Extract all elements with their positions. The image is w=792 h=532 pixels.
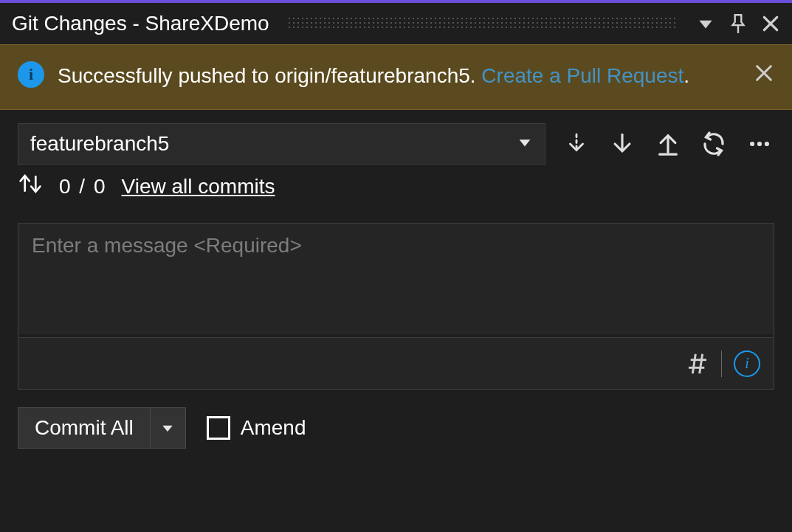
sync-status-row: 0 / 0 View all commits xyxy=(0,170,792,210)
svg-marker-0 xyxy=(699,21,712,29)
svg-point-13 xyxy=(765,142,769,146)
commit-message-box: i xyxy=(18,223,774,390)
pin-icon[interactable] xyxy=(729,13,748,35)
notification-text-prefix: Successfully pushed to origin/featurebra… xyxy=(58,64,481,87)
view-all-commits-link[interactable]: View all commits xyxy=(122,175,275,198)
info-outline-icon[interactable]: i xyxy=(734,350,760,377)
titlebar-actions xyxy=(696,13,780,35)
hash-icon[interactable] xyxy=(686,352,709,376)
sync-count: 0 / 0 xyxy=(59,175,106,198)
toolbar-icons xyxy=(562,129,774,159)
branch-selector[interactable]: featurebranch5 xyxy=(18,123,545,165)
titlebar-grip[interactable] xyxy=(287,16,678,31)
chevron-down-icon xyxy=(517,134,533,153)
commit-all-split-button: Commit All xyxy=(18,407,186,449)
notification-message: Successfully pushed to origin/featurebra… xyxy=(58,60,740,91)
notification-close-icon[interactable] xyxy=(754,63,774,83)
pull-icon[interactable] xyxy=(607,129,637,159)
info-icon: i xyxy=(18,61,44,88)
commit-message-footer: i xyxy=(18,337,774,389)
sync-arrows-icon xyxy=(18,172,43,201)
commit-all-dropdown[interactable] xyxy=(150,408,185,448)
amend-checkbox[interactable] xyxy=(207,416,230,440)
commit-message-input[interactable] xyxy=(18,224,774,334)
notification-text-suffix: . xyxy=(683,64,689,87)
panel-title: Git Changes - ShareXDemo xyxy=(12,12,269,35)
git-changes-panel: Git Changes - ShareXDemo i Successfully … xyxy=(0,0,792,532)
svg-point-11 xyxy=(750,142,754,146)
branch-toolbar: featurebranch5 xyxy=(0,110,792,170)
svg-line-18 xyxy=(692,354,695,374)
window-options-icon[interactable] xyxy=(696,14,715,33)
branch-name: featurebranch5 xyxy=(30,132,517,156)
sync-icon[interactable] xyxy=(699,129,729,159)
commit-all-button[interactable]: Commit All xyxy=(18,408,150,448)
push-success-notification: i Successfully pushed to origin/featureb… xyxy=(0,44,792,110)
commit-actions-row: Commit All Amend xyxy=(0,390,792,449)
close-icon[interactable] xyxy=(761,14,780,33)
create-pull-request-link[interactable]: Create a Pull Request xyxy=(481,64,683,87)
amend-checkbox-group[interactable]: Amend xyxy=(207,416,306,440)
fetch-icon[interactable] xyxy=(562,129,591,159)
svg-line-19 xyxy=(700,354,703,374)
svg-point-12 xyxy=(757,142,762,146)
svg-marker-20 xyxy=(163,426,173,432)
push-icon[interactable] xyxy=(653,129,683,159)
divider xyxy=(721,350,722,377)
panel-titlebar: Git Changes - ShareXDemo xyxy=(0,3,792,44)
svg-marker-6 xyxy=(520,140,531,147)
amend-label: Amend xyxy=(241,416,306,440)
more-options-icon[interactable] xyxy=(745,129,774,159)
